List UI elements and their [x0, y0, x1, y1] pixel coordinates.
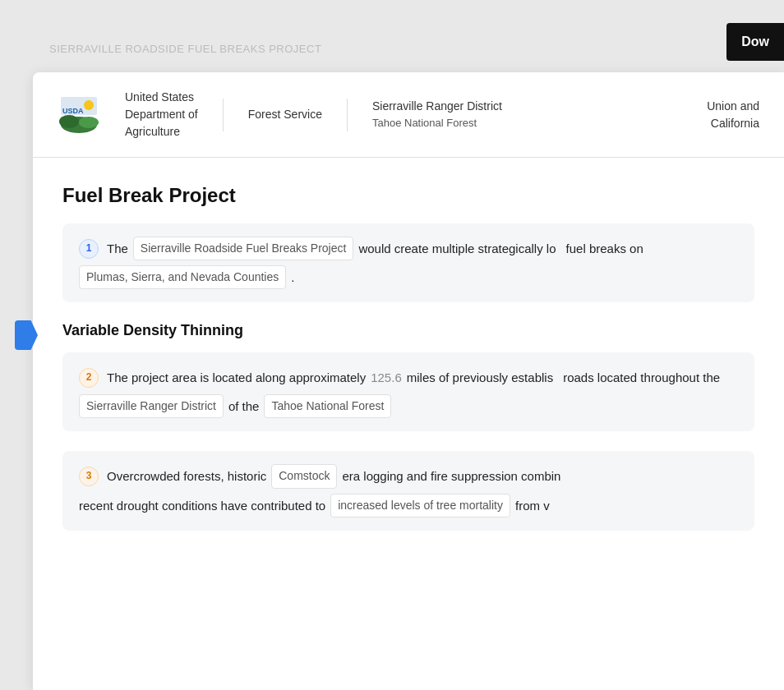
- s2-value-miles: 125.6: [371, 366, 402, 389]
- ranger-district: Sierraville Ranger District: [372, 98, 502, 115]
- entity-tree-mortality[interactable]: increased levels of tree mortality: [330, 494, 510, 518]
- usda-logo: USDA: [58, 94, 100, 136]
- forest-service: Forest Service: [248, 106, 322, 123]
- sentence-1-period: .: [291, 266, 294, 288]
- s3-text-1: Overcrowded forests, historic: [107, 465, 266, 487]
- s2-text-4: of the: [228, 395, 260, 417]
- s2-text-2: miles of previously establis: [407, 366, 553, 389]
- s3-text-2: era logging and fire suppression combin: [342, 465, 560, 487]
- entity-sierraville-project[interactable]: Sierraville Roadside Fuel Breaks Project: [133, 237, 354, 260]
- header-divider-2: [347, 99, 348, 131]
- sentence-num-3: 3: [79, 467, 99, 486]
- page-content: Fuel Break Project 1 The Sierraville Roa…: [33, 158, 784, 577]
- s2-text-1: The project area is located along approx…: [107, 366, 366, 389]
- sentence-1-text-would: would create multiple strategically lo: [358, 237, 556, 260]
- s2-text-3: roads located throughout the: [563, 366, 720, 389]
- entity-comstock[interactable]: Comstock: [271, 464, 337, 488]
- sentence-block-3: 3 Overcrowded forests, historic Comstock…: [62, 451, 754, 530]
- sentence-block-1: 1 The Sierraville Roadside Fuel Breaks P…: [62, 223, 754, 302]
- svg-point-3: [79, 117, 99, 128]
- svg-text:USDA: USDA: [62, 107, 84, 115]
- sentence-1-text-the: The: [107, 237, 128, 260]
- main-card: USDA United States Department of Agricul…: [33, 72, 784, 690]
- entity-tahoe-nf[interactable]: Tahoe National Forest: [264, 394, 391, 418]
- sentence-num-2: 2: [79, 368, 99, 388]
- s3-text-3: recent drought conditions have contribut…: [79, 494, 325, 517]
- s3-text-4: from v: [515, 494, 550, 517]
- sentence-block-2: 2 The project area is located along appr…: [62, 352, 754, 431]
- org-name: United States Department of Agriculture: [125, 89, 198, 140]
- fuel-break-title: Fuel Break Project: [62, 184, 754, 207]
- svg-point-2: [59, 115, 79, 128]
- header-divider-1: [223, 99, 224, 131]
- sentence-1-text-fuel: fuel breaks on: [566, 237, 643, 260]
- entity-counties[interactable]: Plumas, Sierra, and Nevada Counties: [79, 265, 286, 289]
- download-button[interactable]: Dow: [726, 23, 784, 61]
- usda-logo-svg: USDA: [58, 94, 100, 136]
- location-block: Union and California: [707, 98, 759, 132]
- svg-point-5: [84, 100, 94, 110]
- ranger-district-block: Sierraville Ranger District Tahoe Nation…: [372, 98, 502, 131]
- sentence-num-1: 1: [79, 239, 99, 259]
- national-forest: Tahoe National Forest: [372, 115, 502, 131]
- page-header: USDA United States Department of Agricul…: [33, 72, 784, 158]
- watermark-text: SIERRAVILLE ROADSIDE FUEL BREAKS PROJECT: [49, 43, 321, 55]
- vdt-title: Variable Density Thinning: [62, 322, 754, 339]
- entity-ranger-district[interactable]: Sierraville Ranger District: [79, 394, 224, 418]
